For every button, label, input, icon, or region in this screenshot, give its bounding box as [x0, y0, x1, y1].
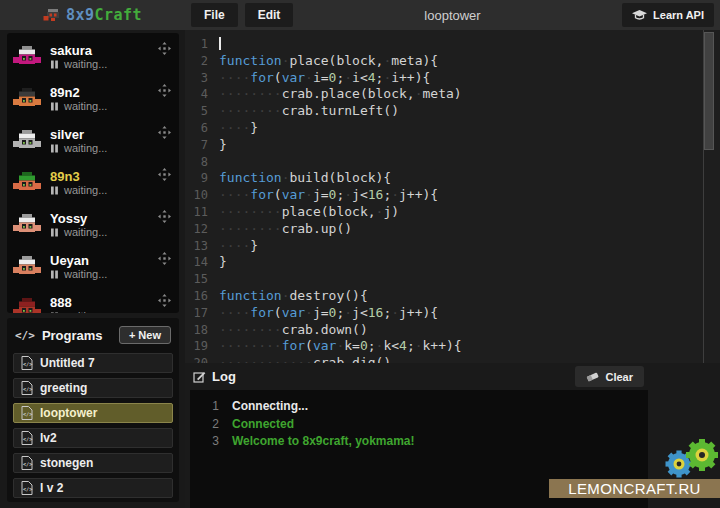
move-player-icon[interactable] [158, 294, 171, 307]
program-item[interactable]: </>lv2 [13, 428, 173, 448]
player-name: silver [50, 127, 158, 142]
log-line: 2Connected [190, 416, 648, 434]
file-menu-button[interactable]: File [191, 3, 238, 27]
programs-panel: </> Programs + New </>Untitled 7 </>gree… [7, 318, 179, 502]
svg-text:</>: </> [23, 486, 32, 492]
program-item[interactable]: </>stonegen [13, 453, 173, 473]
code-text: ········crab.place(block,·meta) [219, 86, 462, 103]
svg-text:</>: </> [23, 411, 32, 417]
program-name: Untitled 7 [40, 356, 95, 370]
app-logo: 8x9Craft [0, 0, 185, 30]
program-name: greeting [40, 381, 87, 395]
code-line: 15 [185, 271, 720, 288]
logo-prefix: 8x9 [66, 6, 95, 24]
move-player-icon[interactable] [158, 210, 171, 223]
edit-menu-button[interactable]: Edit [245, 3, 294, 27]
program-item[interactable]: </>looptower [13, 403, 173, 423]
program-file-icon: </> [21, 381, 33, 395]
player-name: 89n3 [50, 169, 158, 184]
move-player-icon[interactable] [158, 42, 171, 55]
code-line: 4········crab.place(block,·meta) [185, 86, 720, 103]
move-player-icon[interactable] [158, 252, 171, 265]
player-row[interactable]: silver waiting... [12, 120, 171, 162]
programs-title: Programs [42, 328, 103, 343]
line-number: 5 [185, 103, 219, 120]
code-text: ····} [219, 238, 258, 255]
log-header: Log Clear [190, 363, 648, 390]
program-name: stonegen [40, 456, 93, 470]
line-number: 18 [185, 322, 219, 339]
player-name: Yossy [50, 211, 158, 226]
player-row[interactable]: Yossy waiting... [12, 204, 171, 246]
program-file-icon: </> [21, 406, 33, 420]
program-item[interactable]: </>greeting [13, 378, 173, 398]
move-player-icon[interactable] [158, 84, 171, 97]
player-row[interactable]: Ueyan waiting... [12, 246, 171, 288]
line-number: 7 [185, 137, 219, 154]
code-text: ····for(var·j=0;·j<16;·j++){ [219, 187, 438, 204]
player-row[interactable]: 89n3 waiting... [12, 162, 171, 204]
player-info: 89n2 waiting... [50, 85, 158, 113]
code-line: 19········for(var·k=0;·k<4;·k++){ [185, 338, 720, 355]
line-number: 12 [185, 221, 219, 238]
player-avatar [12, 130, 42, 152]
code-line: 3····for(var·i=0;·i<4;·i++){ [185, 70, 720, 87]
clear-log-button[interactable]: Clear [575, 366, 644, 387]
program-file-icon: </> [21, 356, 33, 370]
player-row[interactable]: 89n2 waiting... [12, 78, 171, 120]
log-line-text: Connected [232, 416, 294, 434]
program-item[interactable]: </>Untitled 7 [13, 353, 173, 373]
code-text [219, 36, 221, 53]
editor-scrollbar-thumb[interactable] [704, 32, 714, 150]
menu-bar: File Edit looptower Learn API [185, 0, 720, 30]
pause-icon [50, 228, 59, 237]
program-name: lv2 [40, 431, 57, 445]
player-name: Ueyan [50, 253, 158, 268]
player-status-label: waiting... [64, 184, 107, 197]
code-text: ········place(block,·j) [219, 204, 399, 221]
logo-suffix: Craft [94, 6, 142, 24]
move-player-icon[interactable] [158, 126, 171, 139]
eraser-icon [586, 371, 599, 382]
code-text: ········for(var·k=0;·k<4;·k++){ [219, 338, 462, 355]
player-status: waiting... [50, 58, 158, 71]
line-number: 11 [185, 204, 219, 221]
player-avatar [12, 298, 42, 313]
code-text: ········crab.up() [219, 221, 352, 238]
svg-text:</>: </> [23, 461, 32, 467]
log-panel: Log Clear 1Connecting...2Connected3Welco… [185, 363, 720, 508]
learn-api-button[interactable]: Learn API [622, 3, 714, 27]
player-status: waiting... [50, 310, 158, 313]
log-content: 1Connecting...2Connected3Welcome to 8x9c… [190, 390, 648, 508]
code-text: ····for(var·i=0;·i<4;·i++){ [219, 70, 430, 87]
log-line-number: 2 [190, 416, 232, 434]
svg-text:</>: </> [23, 436, 32, 442]
code-text: } [219, 137, 227, 154]
player-info: Ueyan waiting... [50, 253, 158, 281]
line-number: 10 [185, 187, 219, 204]
code-line: 6····} [185, 120, 720, 137]
line-number: 6 [185, 120, 219, 137]
player-row[interactable]: sakura waiting... [12, 36, 171, 78]
pause-icon [50, 60, 59, 69]
code-line: 9function·build(block){ [185, 170, 720, 187]
code-line: 2function·place(block,·meta){ [185, 53, 720, 70]
player-status: waiting... [50, 142, 158, 155]
code-editor[interactable]: 12function·place(block,·meta){3····for(v… [185, 30, 720, 363]
program-file-icon: </> [21, 431, 33, 445]
code-line: 18········crab.down() [185, 322, 720, 339]
log-title: Log [212, 369, 236, 384]
new-program-button[interactable]: + New [119, 326, 171, 344]
code-text: function·destroy(){ [219, 288, 368, 305]
player-name: 888 [50, 295, 158, 310]
code-line: 7} [185, 137, 720, 154]
move-player-icon[interactable] [158, 168, 171, 181]
player-row[interactable]: 888 waiting... [12, 288, 171, 313]
program-item[interactable]: </>l v 2 [13, 478, 173, 498]
line-number: 4 [185, 86, 219, 103]
pause-icon [50, 144, 59, 153]
player-info: 888 waiting... [50, 295, 158, 313]
code-line: 13····} [185, 238, 720, 255]
log-line-number: 1 [190, 398, 232, 416]
line-number: 3 [185, 70, 219, 87]
